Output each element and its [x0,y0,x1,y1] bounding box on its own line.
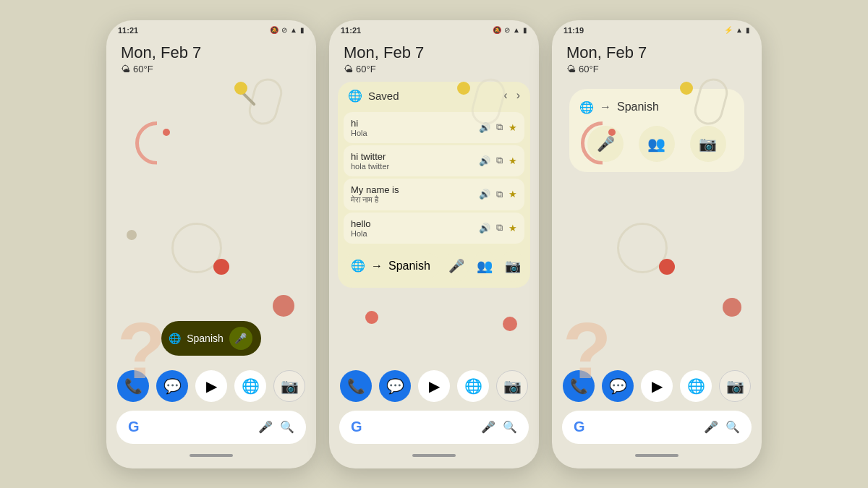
search-bar-2[interactable]: G 🎤 🔍 [339,411,529,444]
saved-header: 🌐 Saved ‹ › [338,82,530,110]
star-icon-2[interactable]: ★ [509,155,517,166]
search-bar-3[interactable]: G 🎤 🔍 [562,411,752,444]
speak-icon-4[interactable]: 🔊 [479,223,490,234]
translation-text-1: hi Hola [351,118,475,137]
search-bar-1[interactable]: G 🎤 🔍 [116,411,306,444]
battery-icon-3: ▮ [746,26,750,34]
google-g-1: G [128,419,252,435]
translation-text-2: hi twitter hola twitter [351,151,475,171]
speak-icon-2[interactable]: 🔊 [479,155,490,166]
home-indicator-3 [559,450,754,461]
chrome-app-3[interactable]: 🌐 [680,370,712,402]
translation-item-1[interactable]: hi Hola 🔊 ⧉ ★ [344,112,524,143]
copy-icon-1[interactable]: ⧉ [496,121,503,133]
date-weather-3: Mon, Feb 7 🌤 60°F [552,38,762,79]
arrow-icon-light: → [371,260,383,273]
battery-icon: ▮ [300,26,305,34]
expanded-widget-container: 🌐 → Spanish 🎤 👥 📷 [561,85,753,176]
phone-app-2[interactable]: 📞 [340,370,372,402]
home-indicator-2 [336,450,532,461]
date-2: Mon, Feb 7 [344,43,524,62]
camera-app-2[interactable]: 📷 [496,370,528,402]
camera-exp-btn[interactable]: 📷 [690,126,726,162]
trans-actions-2: 🔊 ⧉ ★ [479,155,517,166]
phone-app-3[interactable]: 📞 [563,370,595,402]
time-1: 11:21 [118,26,138,35]
translation-item-4[interactable]: hello Hola 🔊 ⧉ ★ [344,213,524,244]
chrome-app-1[interactable]: 🌐 [234,370,266,402]
temp-2: 60°F [356,64,376,74]
translate-widget-light[interactable]: 🌐 → Spanish [344,253,441,278]
star-icon-4[interactable]: ★ [509,223,517,234]
home-bar-1 [190,454,233,457]
lens-icon-2[interactable]: 🔍 [503,420,517,434]
messages-app-1[interactable]: 💬 [156,370,188,402]
silent-icon-2: 🔕 [493,26,501,34]
translated-3: मेरा नाम है [351,195,475,205]
messages-app-3[interactable]: 💬 [602,370,634,402]
translate-widget-bar-1[interactable]: 🌐 Spanish 🎤 [161,321,261,356]
translation-item-2[interactable]: hi twitter hola twitter 🔊 ⧉ ★ [344,145,524,176]
lens-icon-1[interactable]: 🔍 [280,420,294,434]
camera-app-1[interactable]: 📷 [273,370,305,402]
temp-3: 60°F [579,64,599,74]
original-1: hi [351,118,475,129]
play-app-2[interactable]: ▶ [418,370,450,402]
exp-lang-row: 🌐 → Spanish [579,96,734,119]
saved-nav[interactable]: ‹ › [503,89,520,102]
play-app-3[interactable]: ▶ [641,370,673,402]
phone-body-1 [106,79,316,321]
next-button[interactable]: › [516,89,520,102]
camera-app-3[interactable]: 📷 [719,370,751,402]
translation-text-4: hello Hola [351,218,475,238]
search-icons-1: 🎤 🔍 [258,420,294,434]
star-icon-1[interactable]: ★ [509,122,517,133]
lens-icon-3[interactable]: 🔍 [726,420,740,434]
dnd-icon-2: ⊘ [504,26,510,34]
messages-app-2[interactable]: 💬 [379,370,411,402]
mic-search-icon-3[interactable]: 🎤 [704,420,718,434]
star-icon-3[interactable]: ★ [509,189,517,200]
home-indicator-1 [114,450,309,461]
original-4: hello [351,218,475,229]
silent-icon: 🔕 [270,26,278,34]
weather-1: 🌤 60°F [121,64,302,74]
copy-icon-2[interactable]: ⧉ [496,155,503,166]
prev-button[interactable]: ‹ [503,89,507,102]
translated-4: Hola [351,229,475,238]
person-exp-btn[interactable]: 👥 [639,126,675,162]
translation-item-3[interactable]: My name is मेरा नाम है 🔊 ⧉ ★ [344,179,524,210]
dock-2: 📞 💬 ▶ 🌐 📷 G 🎤 🔍 [329,367,539,468]
app-dock-2: 📞 💬 ▶ 🌐 📷 [336,367,532,405]
trans-actions-4: 🔊 ⧉ ★ [479,222,517,234]
person-action-2[interactable]: 👥 [473,250,497,282]
copy-icon-3[interactable]: ⧉ [496,189,503,200]
mic-search-icon-1[interactable]: 🎤 [258,420,273,434]
lang-label-1: Spanish [187,333,224,344]
spacer-2 [329,291,539,367]
camera-action-2[interactable]: 📷 [501,250,524,282]
expanded-widget-3[interactable]: 🌐 → Spanish 🎤 👥 📷 [569,89,744,172]
bolt-icon-3: ⚡ [724,26,733,34]
phone-app-1[interactable]: 📞 [117,370,149,402]
phone-3: ? 11:19 ⚡ ▲ ▮ Mon, Feb 7 🌤 60°F 🌐 → Span… [552,20,762,468]
lang-label-exp: Spanish [617,100,659,114]
mic-exp-btn[interactable]: 🎤 [587,126,624,162]
speak-icon-3[interactable]: 🔊 [479,189,490,200]
mic-search-icon-2[interactable]: 🎤 [481,420,495,434]
mic-button-1[interactable]: 🎤 [229,327,252,350]
saved-panel: 🌐 Saved ‹ › hi Hola 🔊 ⧉ ★ hi twitter hol… [338,82,530,288]
chrome-app-2[interactable]: 🌐 [457,370,489,402]
copy-icon-4[interactable]: ⧉ [496,222,503,234]
home-bar-2 [412,454,456,457]
status-bar-2: 11:21 🔕 ⊘ ▲ ▮ [329,20,539,38]
wifi-icon-3: ▲ [736,26,743,34]
weather-2: 🌤 60°F [344,64,524,74]
original-3: My name is [351,184,475,195]
speak-icon-1[interactable]: 🔊 [479,122,490,133]
exp-actions: 🎤 👥 📷 [579,119,734,165]
translated-2: hola twitter [351,162,475,171]
spacer-3 [552,182,762,367]
mic-action-2[interactable]: 🎤 [445,250,469,282]
play-app-1[interactable]: ▶ [195,370,227,402]
